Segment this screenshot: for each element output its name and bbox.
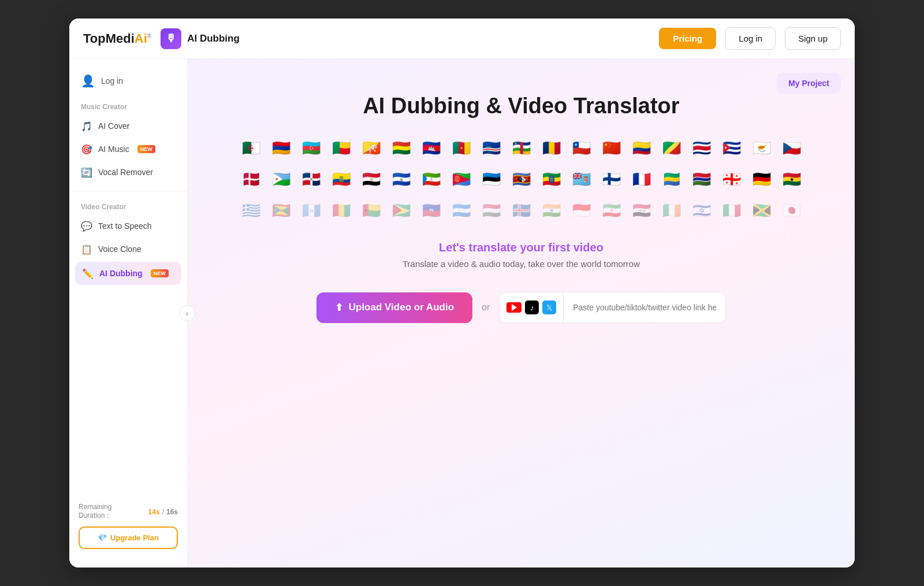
sidebar-collapse-button[interactable]: ‹ <box>179 305 195 321</box>
upgrade-plan-button[interactable]: 💎 Upgrade Plan <box>79 526 178 549</box>
flag-circle: 🇮🇷 <box>598 197 625 224</box>
ai-music-label: AI Music <box>98 144 129 154</box>
flag-circle: 🇰🇭 <box>418 135 445 161</box>
sidebar: 👤 Log in Music Creator 🎵 AI Cover 🎯 AI M… <box>69 59 188 568</box>
flag-circle: 🇬🇪 <box>718 166 745 192</box>
flag-circle: 🇬🇾 <box>388 197 415 224</box>
youtube-icon <box>506 302 521 313</box>
new-badge-dubbing: NEW <box>151 269 169 277</box>
music-note-icon: 🎵 <box>81 120 92 132</box>
flag-circle: 🇨🇻 <box>478 135 505 161</box>
upload-button[interactable]: ⬆ Upload Video or Audio <box>316 292 472 323</box>
flags-row-2: 🇩🇰🇩🇯🇩🇴🇪🇨🇪🇬🇸🇻🇬🇶🇪🇷🇪🇪🇸🇿🇪🇹🇫🇯🇫🇮🇫🇷🇬🇦🇬🇲🇬🇪🇩🇪🇬🇭 <box>325 166 718 192</box>
flag-circle: 🇧🇯 <box>328 135 355 161</box>
remaining-duration: Remaining Duration： 14s / 16s <box>79 503 178 521</box>
app-icon: 🎙 <box>161 28 181 49</box>
app-name-label: AI Dubbing <box>187 33 240 44</box>
flag-circle: 🇭🇹 <box>418 197 445 224</box>
cta-title: Let's translate your first video <box>403 241 640 254</box>
flag-circle: 🇧🇹 <box>358 135 385 161</box>
flag-circle: 🇨🇬 <box>658 135 685 161</box>
flag-circle: 🇯🇵 <box>778 197 805 224</box>
flag-circle: 🇫🇷 <box>628 166 655 192</box>
clone-icon: 📋 <box>81 243 92 255</box>
flag-circle: 🇨🇴 <box>628 135 655 161</box>
flag-circle: 🇮🇳 <box>538 197 565 224</box>
flag-circle: 🇧🇴 <box>388 135 415 161</box>
app-title: 🎙 AI Dubbing <box>161 28 240 49</box>
flag-circle: 🇪🇷 <box>448 166 475 192</box>
flag-circle: 🇨🇱 <box>568 135 595 161</box>
vocal-remover-label: Vocal Remover <box>98 168 153 177</box>
flag-circle: 🇮🇶 <box>628 197 655 224</box>
flag-circle: 🇨🇺 <box>718 135 745 161</box>
sidebar-footer: Remaining Duration： 14s / 16s 💎 Upgrade … <box>69 494 187 558</box>
sidebar-item-text-to-speech[interactable]: 💬 Text to Speech <box>69 214 187 238</box>
sidebar-item-ai-cover[interactable]: 🎵 AI Cover <box>69 114 187 138</box>
upload-row: ⬆ Upload Video or Audio or ♪ 𝕏 <box>316 292 726 323</box>
logo: TopMediAi® <box>83 31 151 46</box>
flag-circle: 🇯🇲 <box>748 197 775 224</box>
flag-circle: 🇪🇬 <box>358 166 385 192</box>
sidebar-item-vocal-remover[interactable]: 🔄 Vocal Remover <box>69 161 187 184</box>
sidebar-item-ai-dubbing[interactable]: ✏️ AI Dubbing NEW <box>75 262 181 285</box>
flag-circle: 🇪🇨 <box>328 166 355 192</box>
flag-circle: 🇩🇰 <box>238 166 264 192</box>
flag-circle: 🇩🇪 <box>748 166 775 192</box>
new-badge: NEW <box>137 145 155 153</box>
cta-section: Let's translate your first video Transla… <box>403 241 640 269</box>
sidebar-item-ai-music[interactable]: 🎯 AI Music NEW <box>69 138 187 161</box>
flag-circle: 🇬🇼 <box>358 197 385 224</box>
voice-clone-label: Voice Clone <box>98 244 141 254</box>
flags-container: 🇩🇿🇦🇲🇦🇿🇧🇯🇧🇹🇧🇴🇰🇭🇨🇲🇨🇻🇨🇫🇹🇩🇨🇱🇨🇳🇨🇴🇨🇬🇨🇷🇨🇺🇨🇾🇨🇿 🇩… <box>325 135 718 224</box>
flag-circle: 🇫🇯 <box>568 166 595 192</box>
logo-trademark: ® <box>147 32 151 39</box>
flag-circle: 🇹🇩 <box>538 135 565 161</box>
main-title: AI Dubbing & Video Translator <box>363 94 679 118</box>
disc-icon: 🎯 <box>81 143 92 155</box>
flag-circle: 🇨🇾 <box>748 135 775 161</box>
dubbing-icon: ✏️ <box>82 268 94 279</box>
sidebar-item-voice-clone[interactable]: 📋 Voice Clone <box>69 238 187 261</box>
flag-circle: 🇬🇳 <box>328 197 355 224</box>
flag-circle: 🇨🇿 <box>778 135 805 161</box>
remaining-separator: / <box>162 508 164 516</box>
upload-label: Upload Video or Audio <box>349 302 454 313</box>
flag-circle: 🇬🇲 <box>688 166 715 192</box>
user-icon: 👤 <box>81 74 95 88</box>
flag-circle: 🇮🇸 <box>508 197 535 224</box>
remaining-current: 14s <box>148 508 160 516</box>
sidebar-divider-1 <box>69 191 187 191</box>
sidebar-login[interactable]: 👤 Log in <box>69 68 187 98</box>
crown-icon: 💎 <box>98 533 107 542</box>
login-button[interactable]: Log in <box>725 27 776 50</box>
pricing-button[interactable]: Pricing <box>659 28 716 49</box>
flag-circle: 🇬🇭 <box>778 166 805 192</box>
text-to-speech-label: Text to Speech <box>98 221 152 231</box>
social-icons: ♪ 𝕏 <box>500 292 564 322</box>
waveform-icon: 🔄 <box>81 166 92 178</box>
url-input[interactable] <box>564 303 725 312</box>
my-project-button[interactable]: My Project <box>777 73 841 94</box>
sidebar-login-label: Log in <box>101 76 123 86</box>
flag-circle: 🇦🇿 <box>298 135 325 161</box>
flag-circle: 🇮🇪 <box>658 197 685 224</box>
flag-circle: 🇩🇴 <box>298 166 325 192</box>
upgrade-label: Upgrade Plan <box>110 533 159 542</box>
flag-circle: 🇫🇮 <box>598 166 625 192</box>
cta-subtitle: Translate a video & audio today, take ov… <box>403 259 640 269</box>
flag-circle: 🇸🇻 <box>388 166 415 192</box>
flag-circle: 🇮🇹 <box>718 197 745 224</box>
or-text: or <box>482 302 490 313</box>
flag-circle: 🇸🇿 <box>508 166 535 192</box>
flag-circle: 🇪🇪 <box>478 166 505 192</box>
url-input-group: ♪ 𝕏 <box>499 292 726 323</box>
flag-circle: 🇮🇩 <box>568 197 595 224</box>
signup-button[interactable]: Sign up <box>785 27 841 50</box>
flag-circle: 🇨🇫 <box>508 135 535 161</box>
ai-dubbing-label: AI Dubbing <box>99 269 143 278</box>
topnav: TopMediAi® 🎙 AI Dubbing Pricing Log in S… <box>69 18 855 59</box>
flag-circle: 🇦🇲 <box>268 135 295 161</box>
flag-circle: 🇭🇳 <box>448 197 475 224</box>
flag-circle: 🇬🇦 <box>658 166 685 192</box>
